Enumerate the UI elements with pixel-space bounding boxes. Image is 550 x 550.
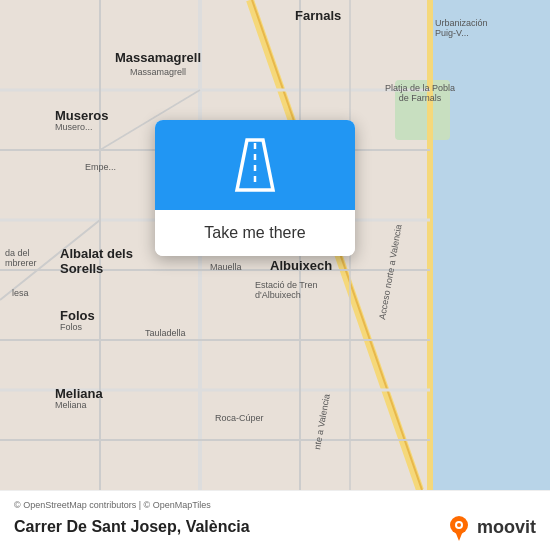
map-label-albuixech: Albuixech	[270, 258, 332, 273]
map-label-urbanizacion: UrbanizaciónPuig-V...	[435, 18, 488, 38]
svg-point-23	[457, 523, 461, 527]
map-label-da-del: da delmbrerer	[5, 248, 37, 268]
map-label-empe: Empe...	[85, 162, 116, 172]
map-label-tauladella: Tauladella	[145, 328, 186, 338]
map-label-massamagrell: Massamagrell	[115, 50, 201, 65]
moovit-logo: moovit	[445, 513, 536, 541]
map-label-meliana-sub: Meliana	[55, 400, 87, 410]
map-label-mauella: Mauella	[210, 262, 242, 272]
address-text: Carrer De Sant Josep, València	[14, 518, 250, 536]
moovit-text: moovit	[477, 517, 536, 538]
map-label-albalat: Albalat delsSorells	[60, 246, 133, 276]
map-label-massamagrell-sub: Massamagrell	[130, 67, 186, 77]
map-label-folos: Folos	[60, 308, 95, 323]
map-label-folos-sub: Folos	[60, 322, 82, 332]
map-label-estacio: Estació de Trend'Albuixech	[255, 280, 318, 300]
map-label-roca: Roca-Cúper	[215, 413, 264, 423]
address-row: Carrer De Sant Josep, València moovit	[14, 513, 536, 541]
map-label-museros: Museros	[55, 108, 108, 123]
map-label-lesa: lesa	[12, 288, 29, 298]
attribution-text: © OpenStreetMap contributors | © OpenMap…	[14, 500, 536, 510]
map-container: Acceso norte a Valencia nte a Valencia F…	[0, 0, 550, 490]
svg-text:nte a Valencia: nte a Valencia	[312, 393, 332, 450]
map-label-museros-sub: Musero...	[55, 122, 93, 132]
moovit-pin-icon	[445, 513, 473, 541]
svg-text:Acceso norte a Valencia: Acceso norte a Valencia	[377, 224, 404, 321]
map-label-farnals: Farnals	[295, 8, 341, 23]
road-icon	[225, 135, 285, 195]
map-label-meliana: Meliana	[55, 386, 103, 401]
bottom-bar: © OpenStreetMap contributors | © OpenMap…	[0, 490, 550, 550]
map-label-platja: Platja de la Poblade Farnals	[385, 83, 455, 103]
popup-icon-area	[155, 120, 355, 210]
popup-card: Take me there	[155, 120, 355, 256]
take-me-there-button[interactable]: Take me there	[155, 210, 355, 256]
svg-marker-21	[455, 531, 463, 541]
